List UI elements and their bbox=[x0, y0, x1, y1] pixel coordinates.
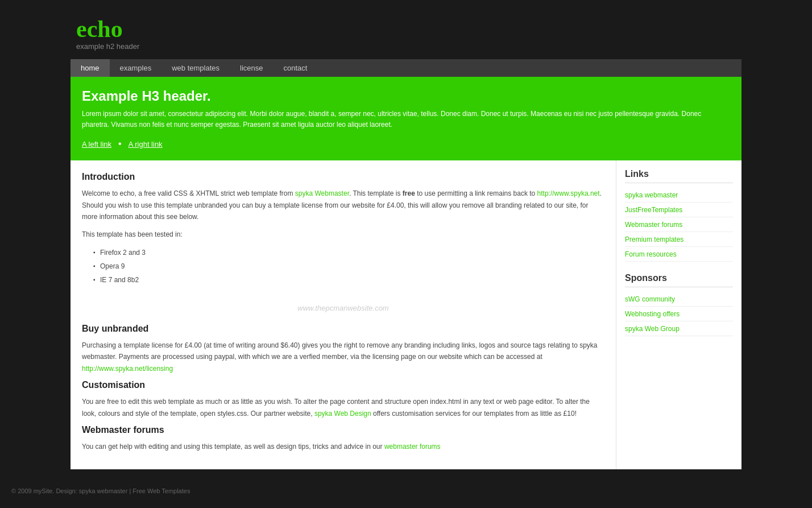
webmaster-forums-link[interactable]: webmaster forums bbox=[384, 443, 441, 451]
main-content: Introduction Welcome to echo, a free val… bbox=[71, 160, 616, 469]
sidebar-sponsor-swg[interactable]: sWG community bbox=[625, 295, 675, 303]
sidebar-link-item: Webmaster forums bbox=[625, 217, 733, 232]
nav-link-web-templates[interactable]: web templates bbox=[161, 59, 230, 77]
nav-link-contact[interactable]: contact bbox=[273, 59, 317, 77]
webmaster-section: Webmaster forums You can get help with e… bbox=[82, 425, 604, 452]
custom-heading: Customisation bbox=[82, 380, 604, 390]
main-nav: home examples web templates license cont… bbox=[71, 59, 741, 77]
list-item: Opera 9 bbox=[93, 259, 604, 273]
spyka-url-link[interactable]: http://www.spyka.net bbox=[537, 189, 600, 197]
sidebar-link-forum[interactable]: Forum resources bbox=[625, 250, 677, 258]
buy-heading: Buy unbranded bbox=[82, 324, 604, 334]
site-subtitle: example h2 header bbox=[76, 42, 741, 51]
webmaster-heading: Webmaster forums bbox=[82, 425, 604, 435]
spyka-web-design-link[interactable]: spyka Web Design bbox=[314, 410, 371, 418]
sidebar: Links spyka webmaster JustFreeTemplates … bbox=[616, 160, 741, 469]
hero-links: A left link • A right link bbox=[82, 139, 730, 149]
watermark: www.thepcmanwebsite.com bbox=[82, 292, 604, 324]
links-heading: Links bbox=[625, 169, 733, 183]
spyka-webmaster-link[interactable]: spyka Webmaster bbox=[295, 189, 349, 197]
licensing-link[interactable]: http://www.spyka.net/licensing bbox=[82, 365, 173, 373]
custom-paragraph: You are free to edit this web template a… bbox=[82, 396, 604, 419]
nav-item-home[interactable]: home bbox=[71, 59, 110, 77]
sidebar-link-spyka[interactable]: spyka webmaster bbox=[625, 191, 678, 199]
nav-item-contact[interactable]: contact bbox=[273, 59, 317, 77]
hero-left-link[interactable]: A left link bbox=[82, 140, 111, 148]
sidebar-sponsor-webhosting[interactable]: Webhosting offers bbox=[625, 310, 680, 318]
footer-text: © 2009 mySite. Design: spyka webmaster |… bbox=[11, 488, 190, 494]
site-header: echo example h2 header bbox=[71, 11, 741, 59]
tested-list: Firefox 2 and 3 Opera 9 IE 7 and 8b2 bbox=[82, 246, 604, 287]
sidebar-link-webmaster-forums[interactable]: Webmaster forums bbox=[625, 221, 682, 229]
sidebar-sponsor-item: Webhosting offers bbox=[625, 307, 733, 321]
site-logo: echo bbox=[76, 17, 741, 41]
sidebar-link-item: Forum resources bbox=[625, 247, 733, 262]
content-wrapper: Introduction Welcome to echo, a free val… bbox=[71, 160, 741, 469]
site-footer: © 2009 mySite. Design: spyka webmaster |… bbox=[0, 481, 812, 501]
sidebar-sponsor-spyka-web[interactable]: spyka Web Group bbox=[625, 325, 680, 333]
sidebar-link-item: Premium templates bbox=[625, 232, 733, 247]
sidebar-sponsor-item: spyka Web Group bbox=[625, 321, 733, 336]
intro-paragraph-1: Welcome to echo, a free valid CSS & XHTM… bbox=[82, 188, 604, 222]
nav-link-home[interactable]: home bbox=[71, 59, 110, 77]
nav-link-license[interactable]: license bbox=[230, 59, 273, 77]
sidebar-sponsors-list: sWG community Webhosting offers spyka We… bbox=[625, 292, 733, 336]
sidebar-links-list: spyka webmaster JustFreeTemplates Webmas… bbox=[625, 188, 733, 262]
buy-paragraph: Purchasing a template license for £4.00 … bbox=[82, 340, 604, 374]
hero-right-link[interactable]: A right link bbox=[129, 140, 163, 148]
sponsors-heading: Sponsors bbox=[625, 273, 733, 287]
hero-banner: Example H3 header. Lorem ipsum dolor sit… bbox=[71, 77, 741, 160]
custom-section: Customisation You are free to edit this … bbox=[82, 380, 604, 419]
webmaster-paragraph: You can get help with editing and using … bbox=[82, 441, 604, 452]
sidebar-link-premium[interactable]: Premium templates bbox=[625, 236, 683, 243]
sidebar-sponsor-item: sWG community bbox=[625, 292, 733, 307]
nav-link-examples[interactable]: examples bbox=[110, 59, 162, 77]
nav-item-examples[interactable]: examples bbox=[110, 59, 162, 77]
nav-item-license[interactable]: license bbox=[230, 59, 273, 77]
nav-item-web-templates[interactable]: web templates bbox=[161, 59, 230, 77]
intro-section: Introduction Welcome to echo, a free val… bbox=[82, 172, 604, 287]
list-item: IE 7 and 8b2 bbox=[93, 273, 604, 287]
intro-paragraph-2: This template has been tested in: bbox=[82, 229, 604, 240]
hero-heading: Example H3 header. bbox=[82, 88, 730, 104]
hero-body: Lorem ipsum dolor sit amet, consectetur … bbox=[82, 109, 730, 130]
buy-section: Buy unbranded Purchasing a template lice… bbox=[82, 324, 604, 374]
hero-dot: • bbox=[118, 139, 122, 149]
sidebar-link-item: spyka webmaster bbox=[625, 188, 733, 203]
sidebar-link-item: JustFreeTemplates bbox=[625, 203, 733, 217]
intro-heading: Introduction bbox=[82, 172, 604, 182]
list-item: Firefox 2 and 3 bbox=[93, 246, 604, 259]
sidebar-link-justfree[interactable]: JustFreeTemplates bbox=[625, 206, 682, 214]
